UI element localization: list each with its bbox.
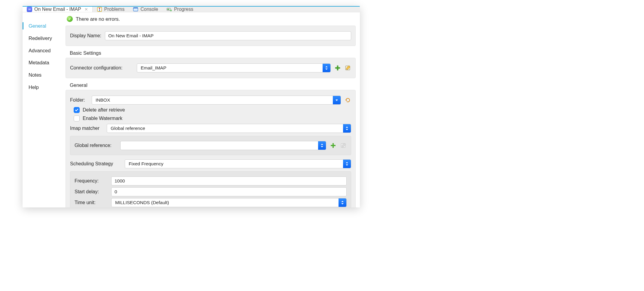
delete-after-retrieve-checkbox[interactable] [74,107,80,113]
time-unit-value: MILLISECONDS (Default) [115,200,169,205]
body: General Redelivery Advanced Metadata Not… [23,12,360,207]
sidebar: General Redelivery Advanced Metadata Not… [23,12,66,207]
sidebar-item-notes[interactable]: Notes [23,69,66,81]
email-icon: ✉ [27,7,32,12]
enable-watermark-checkbox[interactable] [74,115,80,121]
tab-problems-label: Problems [104,7,125,12]
connector-config-value: Email_IMAP [141,65,166,71]
edit-config-button[interactable] [345,65,351,71]
enable-watermark-row: Enable Watermark [74,115,351,121]
main-pane: ✓ There are no errors. Display Name: Bas… [66,12,360,207]
svg-rect-4 [133,8,138,8]
tab-problems[interactable]: Problems [93,7,129,12]
display-name-input[interactable] [105,31,351,40]
folder-label: Folder: [70,97,88,103]
progress-icon [167,7,172,12]
delete-after-retrieve-row: Delete after retrieve [74,107,351,113]
general-section-title: General [70,82,356,88]
connector-config-select[interactable]: Email_IMAP [137,63,331,72]
scheduling-strategy-value: Fixed Frequency [129,161,163,167]
time-unit-select[interactable]: MILLISECONDS (Default) [111,198,347,207]
tab-progress-label: Progress [174,7,193,12]
refresh-button[interactable] [345,97,351,103]
display-name-panel: Display Name: [66,26,356,46]
display-name-label: Display Name: [70,33,101,38]
add-config-button[interactable] [334,65,341,71]
frequency-input[interactable] [111,176,347,185]
edit-reference-button [340,142,347,149]
add-reference-button[interactable] [330,142,336,149]
imap-matcher-select[interactable]: Global reference [107,124,351,133]
close-icon[interactable]: ✕ [84,7,88,12]
basic-settings-panel: Connector configuration: Email_IMAP [66,58,356,78]
start-delay-label: Start delay: [75,189,108,195]
sidebar-item-general[interactable]: General [23,20,66,32]
svg-point-1 [99,8,100,9]
start-delay-input[interactable] [111,187,347,196]
tab-active-label: On New Email - IMAP [34,7,81,12]
global-reference-panel: Global reference: [70,136,351,155]
tab-editor-active[interactable]: ✉ On New Email - IMAP ✕ [23,7,93,12]
sidebar-item-label: Help [29,84,39,90]
chevron-down-icon [333,96,341,104]
sidebar-item-label: Notes [29,72,41,78]
tab-console-label: Console [140,7,158,12]
frequency-panel: Frequency: Start delay: Time unit: MILLI… [70,171,351,207]
chevron-updown-icon [343,160,351,168]
svg-rect-6 [167,9,169,10]
chevron-updown-icon [343,124,351,133]
time-unit-label: Time unit: [75,200,108,205]
chevron-updown-icon [318,141,326,150]
general-panel: Folder: INBOX [66,90,356,207]
folder-value: INBOX [96,97,110,103]
svg-rect-2 [99,9,100,11]
console-icon [133,7,138,12]
imap-matcher-value: Global reference [111,126,145,131]
tab-console[interactable]: Console [129,7,162,12]
enable-watermark-label: Enable Watermark [83,116,122,121]
sidebar-item-label: Redelivery [29,35,52,41]
delete-after-retrieve-label: Delete after retrieve [83,107,125,113]
sidebar-item-label: Metadata [29,60,49,65]
tab-bar: ✉ On New Email - IMAP ✕ Problems Console… [23,6,360,12]
basic-settings-title: Basic Settings [70,50,356,56]
chevron-updown-icon [323,64,330,72]
frequency-label: Frequency: [75,178,108,184]
chevron-updown-icon [339,198,346,207]
scheduling-strategy-select[interactable]: Fixed Frequency [125,159,351,168]
svg-rect-14 [331,145,336,146]
problems-icon [97,7,102,12]
scheduling-strategy-label: Scheduling Strategy [70,161,121,167]
sidebar-item-metadata[interactable]: Metadata [23,57,66,69]
status-message: There are no errors. [76,16,120,22]
global-reference-select[interactable] [120,141,326,150]
check-circle-icon: ✓ [67,16,73,22]
sidebar-item-advanced[interactable]: Advanced [23,44,66,57]
global-reference-label: Global reference: [75,143,117,148]
svg-rect-9 [335,67,340,69]
sidebar-item-redelivery[interactable]: Redelivery [23,32,66,44]
status-row: ✓ There are no errors. [66,16,356,26]
imap-matcher-label: Imap matcher [70,126,103,131]
sidebar-item-label: General [29,23,46,29]
app-window: ✉ On New Email - IMAP ✕ Problems Console… [23,6,360,207]
connector-config-label: Connector configuration: [70,65,133,71]
sidebar-item-help[interactable]: Help [23,81,66,93]
tab-progress[interactable]: Progress [162,7,198,12]
folder-select[interactable]: INBOX [92,96,341,105]
sidebar-item-label: Advanced [29,48,51,53]
